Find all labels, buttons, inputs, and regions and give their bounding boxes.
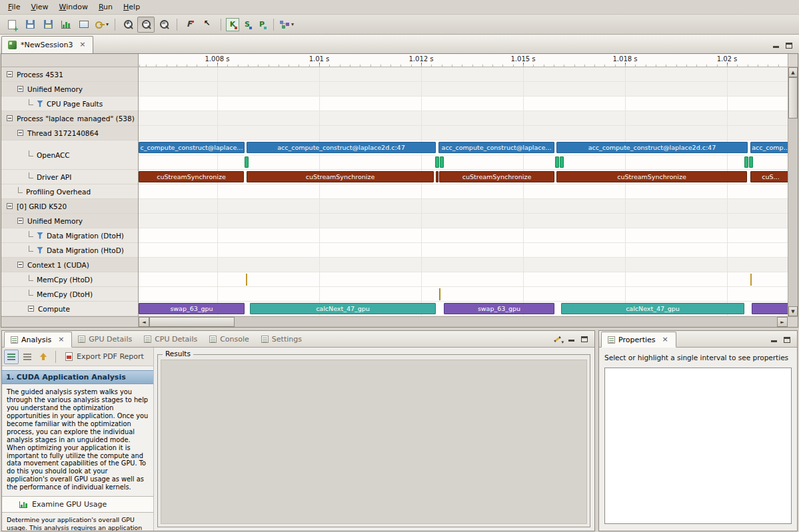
goto-marker-button[interactable] xyxy=(199,17,217,33)
tree-row-data-migration-dtoh[interactable]: Data Migration (DtoH) xyxy=(1,228,138,243)
memcpy-htod-tick[interactable] xyxy=(750,274,752,286)
save-as-button[interactable] xyxy=(39,17,57,33)
expander-icon[interactable] xyxy=(28,306,34,312)
zoom-in-button[interactable] xyxy=(119,17,137,33)
expander-icon[interactable] xyxy=(7,203,13,209)
memcpy-htod-tick[interactable] xyxy=(246,274,247,286)
timeline-view-button[interactable] xyxy=(75,17,93,33)
tree-row-memcpy-htod[interactable]: MemCpy (HtoD) xyxy=(1,272,138,287)
tab-analysis[interactable]: Analysis xyxy=(4,332,72,348)
expander-icon[interactable] xyxy=(17,218,23,224)
timeline-horizontal-scrollbar[interactable] xyxy=(139,317,788,327)
timeline-bar-cus[interactable]: cuS... xyxy=(750,171,788,182)
tab-cpu-details[interactable]: CPU Details xyxy=(138,331,203,347)
toggle-p-button[interactable]: P xyxy=(255,18,269,31)
tab-gpu-details[interactable]: GPU Details xyxy=(72,331,138,347)
timeline-tracks[interactable]: c_compute_construct@laplace...acc_comput… xyxy=(139,67,788,316)
examine-gpu-usage-button[interactable]: Examine GPU Usage xyxy=(2,496,153,513)
toggle-s-button[interactable]: S xyxy=(241,18,254,31)
menu-item-help[interactable]: Help xyxy=(118,1,145,13)
tree-row-profiling-overhead[interactable]: Profiling Overhead xyxy=(1,184,138,199)
tab-properties[interactable]: Properties xyxy=(601,332,676,348)
run-analysis-dropdown[interactable] xyxy=(278,17,295,33)
vscroll-track[interactable] xyxy=(788,77,798,306)
zoom-fit-button[interactable] xyxy=(155,17,173,33)
export-pdf-button[interactable]: Export PDF Report xyxy=(61,350,149,363)
profile-application-button[interactable] xyxy=(57,17,75,33)
tree-row-data-migration-htod[interactable]: Data Migration (HtoD) xyxy=(1,243,138,258)
tree-row-compute[interactable]: Compute xyxy=(1,302,138,316)
timeline-bar-calcnext-47-gpu[interactable]: calcNext_47_gpu xyxy=(561,303,744,314)
menu-item-file[interactable]: File xyxy=(3,1,25,13)
tree-row-openacc[interactable]: OpenACC xyxy=(1,140,138,170)
minimize-icon[interactable] xyxy=(773,43,780,49)
timeline-bar-acc-comp[interactable]: acc_comp... xyxy=(750,142,788,153)
close-icon[interactable] xyxy=(78,41,87,49)
overhead-marker[interactable] xyxy=(440,156,444,168)
expander-icon[interactable] xyxy=(7,115,13,121)
guided-analysis-button[interactable] xyxy=(4,350,19,364)
overhead-marker[interactable] xyxy=(749,156,753,168)
tab-settings[interactable]: Settings xyxy=(255,331,308,347)
tree-row-cpu-page-faults[interactable]: CPU Page Faults xyxy=(1,97,138,111)
timeline-bar-c-compute-construct-laplace[interactable]: c_compute_construct@laplace... xyxy=(139,142,245,153)
maximize-icon[interactable] xyxy=(786,43,792,49)
timeline-bar-swap[interactable] xyxy=(752,303,788,314)
add-marker-button[interactable] xyxy=(181,17,199,33)
timeline-vertical-scrollbar[interactable] xyxy=(788,67,798,316)
timeline-bar-custreamsynchronize[interactable]: cuStreamSynchronize xyxy=(556,171,747,182)
save-button[interactable] xyxy=(21,17,39,33)
timeline-bar-custreamsynchronize[interactable]: cuStreamSynchronize xyxy=(247,171,434,182)
hscroll-thumb[interactable] xyxy=(149,317,235,327)
menu-item-run[interactable]: Run xyxy=(93,1,118,13)
tab-console[interactable]: Console xyxy=(203,331,255,347)
menu-item-window[interactable]: Window xyxy=(54,1,93,13)
zoom-out-button[interactable] xyxy=(137,17,155,33)
scroll-up-button[interactable] xyxy=(788,67,798,77)
timeline-bar-calcnext-47-gpu[interactable]: calcNext_47_gpu xyxy=(250,303,436,314)
tree-row-driver-api[interactable]: Driver API xyxy=(1,170,138,184)
overhead-marker[interactable] xyxy=(245,156,249,168)
tree-row-0-grid-k520[interactable]: [0] GRID K520 xyxy=(1,199,138,214)
unguided-analysis-button[interactable] xyxy=(20,350,35,364)
new-session-button[interactable] xyxy=(3,17,21,33)
expander-icon[interactable] xyxy=(7,71,13,77)
overhead-marker[interactable] xyxy=(435,156,439,168)
tree-row-thread-3172140864[interactable]: Thread 3172140864 xyxy=(1,126,138,140)
timeline-bar-custreamsynchronize[interactable]: cuStreamSynchronize xyxy=(139,171,244,182)
view-menu-icon[interactable] xyxy=(553,335,562,343)
expander-icon[interactable] xyxy=(17,262,23,268)
timeline-bar-acc-compute-construct-laplace2d-c-47[interactable]: acc_compute_construct@laplace2d.c:47 xyxy=(247,142,436,153)
overhead-marker[interactable] xyxy=(560,156,564,168)
menu-item-view[interactable]: View xyxy=(25,1,53,13)
timeline-ruler[interactable]: 1.008 s1.01 s1.012 s1.015 s1.018 s1.02 s xyxy=(139,54,788,67)
maximize-icon[interactable] xyxy=(581,336,588,342)
maximize-icon[interactable] xyxy=(784,337,790,343)
timeline-bar-driver[interactable] xyxy=(436,171,438,182)
timeline-bar-acc-compute-construct-laplace[interactable]: acc_compute_construct@laplace... xyxy=(438,142,554,153)
scroll-right-button[interactable] xyxy=(777,317,788,327)
timeline-bar-swap-63-gpu[interactable]: swap_63_gpu xyxy=(139,303,245,314)
tree-row-unified-memory[interactable]: Unified Memory xyxy=(1,214,138,228)
timeline-bar-acc-compute-construct-laplace2d-c-47[interactable]: acc_compute_construct@laplace2d.c:47 xyxy=(556,142,748,153)
back-up-button[interactable] xyxy=(36,350,51,364)
expander-icon[interactable] xyxy=(17,86,23,92)
session-settings-dropdown[interactable] xyxy=(93,17,111,33)
expander-icon[interactable] xyxy=(17,130,23,136)
close-icon[interactable] xyxy=(661,336,670,344)
tree-row-memcpy-dtoh[interactable]: MemCpy (DtoH) xyxy=(1,287,138,302)
memcpy-dtoh-tick[interactable] xyxy=(439,288,440,300)
hscroll-track[interactable] xyxy=(149,317,777,327)
tree-row-process-laplace-managed-538[interactable]: Process "laplace_managed" (538) xyxy=(1,111,138,126)
overhead-marker[interactable] xyxy=(555,156,559,168)
overhead-marker[interactable] xyxy=(744,156,748,168)
scroll-left-button[interactable] xyxy=(139,317,149,327)
minimize-icon[interactable] xyxy=(568,336,575,342)
timeline-bar-custreamsynchronize[interactable]: cuStreamSynchronize xyxy=(439,171,554,182)
scroll-down-button[interactable] xyxy=(788,306,798,316)
timeline-bar-swap-63-gpu[interactable]: swap_63_gpu xyxy=(444,303,554,314)
tree-row-process-4531[interactable]: Process 4531 xyxy=(1,67,138,82)
vscroll-thumb[interactable] xyxy=(788,77,798,119)
toggle-k-button[interactable]: K xyxy=(226,18,239,31)
minimize-icon[interactable] xyxy=(771,337,778,343)
